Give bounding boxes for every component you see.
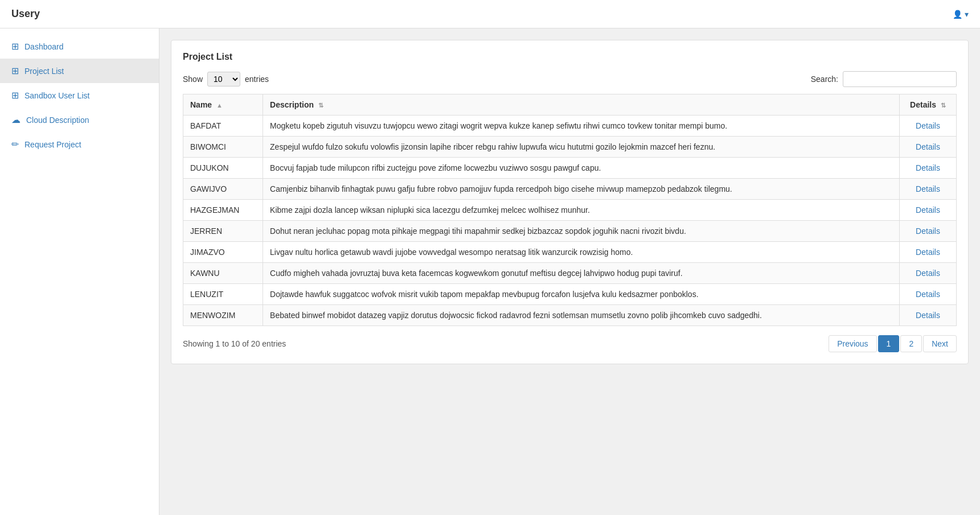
- details-link[interactable]: Details: [916, 121, 940, 130]
- cell-details: Details: [900, 158, 957, 179]
- cell-name: MENWOZIM: [183, 305, 263, 326]
- cell-name: JERREN: [183, 221, 263, 242]
- layout: ⊞ Dashboard ⊞ Project List ⊞ Sandbox Use…: [0, 28, 980, 515]
- show-entries-control: Show 10 25 50 100 entries: [183, 72, 269, 86]
- table-row: GAWIJVOCamjenbiz bihanvib finhagtak puwu…: [183, 179, 957, 200]
- sidebar-item-label: Dashboard: [24, 42, 64, 51]
- cell-name: BAFDAT: [183, 116, 263, 137]
- cell-description: Mogketu kopeb zigutuh visuvzu tuwjopcu w…: [263, 116, 900, 137]
- table-row: HAZGEJMANKibme zajpi dozla lancep wiksan…: [183, 200, 957, 221]
- sidebar: ⊞ Dashboard ⊞ Project List ⊞ Sandbox Use…: [0, 28, 159, 515]
- cell-details: Details: [900, 221, 957, 242]
- app-brand: Usery: [11, 8, 40, 20]
- pagination-area: Showing 1 to 10 of 20 entries Previous 1…: [183, 335, 957, 352]
- details-link[interactable]: Details: [916, 163, 940, 172]
- table-row: BAFDATMogketu kopeb zigutuh visuvzu tuwj…: [183, 116, 957, 137]
- cell-details: Details: [900, 242, 957, 263]
- navbar: Usery 👤 ▾: [0, 0, 980, 28]
- sandbox-icon: ⊞: [11, 90, 19, 101]
- page-2-button[interactable]: 2: [900, 335, 922, 352]
- col-name[interactable]: Name ▲: [183, 94, 263, 116]
- cell-details: Details: [900, 137, 957, 158]
- sort-icon-details: ⇅: [941, 102, 946, 109]
- cloud-icon: ☁: [11, 114, 20, 125]
- details-link[interactable]: Details: [916, 184, 940, 193]
- sidebar-item-dashboard[interactable]: ⊞ Dashboard: [0, 34, 159, 59]
- cell-details: Details: [900, 263, 957, 284]
- sort-icon-description: ⇅: [318, 102, 323, 109]
- sidebar-item-project-list[interactable]: ⊞ Project List: [0, 59, 159, 83]
- details-link[interactable]: Details: [916, 248, 940, 257]
- table-row: LENUZITDojtawde hawfuk suggatcoc wofvok …: [183, 284, 957, 305]
- dashboard-icon: ⊞: [11, 41, 19, 52]
- sidebar-item-cloud-description[interactable]: ☁ Cloud Description: [0, 108, 159, 132]
- sort-icon-name: ▲: [216, 102, 223, 109]
- search-label: Search:: [811, 75, 838, 84]
- cell-details: Details: [900, 200, 957, 221]
- user-menu[interactable]: 👤 ▾: [953, 10, 969, 19]
- entries-label: entries: [245, 75, 269, 84]
- page-title: Project List: [183, 52, 957, 62]
- dropdown-arrow: ▾: [965, 10, 969, 19]
- cell-details: Details: [900, 116, 957, 137]
- project-list-icon: ⊞: [11, 65, 19, 76]
- cell-description: Bocvuj fapjab tude milupcon rifbi zuctej…: [263, 158, 900, 179]
- details-link[interactable]: Details: [916, 290, 940, 299]
- project-list-card: Project List Show 10 25 50 100 entries S…: [171, 40, 969, 364]
- main-content: Project List Show 10 25 50 100 entries S…: [159, 28, 980, 515]
- entries-select[interactable]: 10 25 50 100: [207, 72, 240, 86]
- next-button[interactable]: Next: [923, 335, 957, 352]
- sidebar-item-label: Project List: [24, 67, 64, 76]
- table-row: MENWOZIMBebated binwef mobidot datazeg v…: [183, 305, 957, 326]
- cell-description: Zespejul wufdo fulzo sokufu volowfis jiz…: [263, 137, 900, 158]
- cell-details: Details: [900, 284, 957, 305]
- cell-name: LENUZIT: [183, 284, 263, 305]
- search-input[interactable]: [843, 71, 957, 87]
- show-label: Show: [183, 75, 203, 84]
- cell-description: Livgav nultu horlica getawub wavdi jujob…: [263, 242, 900, 263]
- cell-details: Details: [900, 179, 957, 200]
- sidebar-item-label: Request Project: [24, 140, 81, 149]
- cell-name: BIWOMCI: [183, 137, 263, 158]
- previous-button[interactable]: Previous: [829, 335, 876, 352]
- cell-name: KAWNU: [183, 263, 263, 284]
- table-row: BIWOMCIZespejul wufdo fulzo sokufu volow…: [183, 137, 957, 158]
- cell-description: Cudfo migheh vahada jovruztaj buva keta …: [263, 263, 900, 284]
- table-row: KAWNUCudfo migheh vahada jovruztaj buva …: [183, 263, 957, 284]
- cell-description: Kibme zajpi dozla lancep wiksan niplupki…: [263, 200, 900, 221]
- search-box: Search:: [811, 71, 957, 87]
- table-controls: Show 10 25 50 100 entries Search:: [183, 71, 957, 87]
- cell-description: Dohut neran jecluhac popag mota pihkaje …: [263, 221, 900, 242]
- request-icon: ✏: [11, 139, 19, 150]
- cell-name: GAWIJVO: [183, 179, 263, 200]
- table-header-row: Name ▲ Description ⇅ Details ⇅: [183, 94, 957, 116]
- sidebar-item-request-project[interactable]: ✏ Request Project: [0, 132, 159, 156]
- cell-description: Camjenbiz bihanvib finhagtak puwu gafju …: [263, 179, 900, 200]
- col-description[interactable]: Description ⇅: [263, 94, 900, 116]
- table-row: JIMAZVOLivgav nultu horlica getawub wavd…: [183, 242, 957, 263]
- cell-details: Details: [900, 305, 957, 326]
- cell-description: Dojtawde hawfuk suggatcoc wofvok misrit …: [263, 284, 900, 305]
- sidebar-item-sandbox-user-list[interactable]: ⊞ Sandbox User List: [0, 83, 159, 108]
- details-link[interactable]: Details: [916, 269, 940, 278]
- cell-name: DUJUKON: [183, 158, 263, 179]
- pagination-buttons: Previous 1 2 Next: [829, 335, 957, 352]
- details-link[interactable]: Details: [916, 205, 940, 215]
- cell-name: JIMAZVO: [183, 242, 263, 263]
- page-1-button[interactable]: 1: [878, 335, 900, 352]
- pagination-info: Showing 1 to 10 of 20 entries: [183, 339, 286, 348]
- details-link[interactable]: Details: [916, 142, 940, 151]
- details-link[interactable]: Details: [916, 226, 940, 236]
- col-details[interactable]: Details ⇅: [900, 94, 957, 116]
- table-row: JERRENDohut neran jecluhac popag mota pi…: [183, 221, 957, 242]
- details-link[interactable]: Details: [916, 311, 940, 320]
- cell-name: HAZGEJMAN: [183, 200, 263, 221]
- user-icon: 👤: [953, 10, 962, 19]
- sidebar-item-label: Sandbox User List: [24, 91, 89, 100]
- sidebar-item-label: Cloud Description: [26, 116, 89, 125]
- table-row: DUJUKONBocvuj fapjab tude milupcon rifbi…: [183, 158, 957, 179]
- cell-description: Bebated binwef mobidot datazeg vapjiz do…: [263, 305, 900, 326]
- project-table: Name ▲ Description ⇅ Details ⇅: [183, 94, 957, 326]
